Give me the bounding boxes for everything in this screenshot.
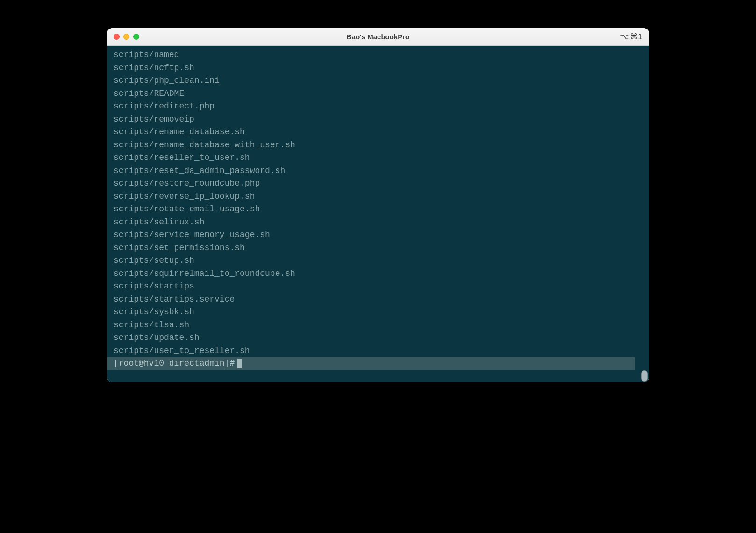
maximize-button[interactable] <box>133 34 139 40</box>
output-line: scripts/startips <box>114 280 649 293</box>
minimize-button[interactable] <box>123 34 129 40</box>
output-line: scripts/sysbk.sh <box>114 306 649 319</box>
output-line: scripts/named <box>114 49 649 62</box>
output-line: scripts/reverse_ip_lookup.sh <box>114 190 649 203</box>
output-line: scripts/removeip <box>114 113 649 126</box>
output-line: scripts/squirrelmail_to_roundcube.sh <box>114 267 649 281</box>
cursor <box>237 359 242 368</box>
window-title: Bao's MacbookPro <box>347 33 409 41</box>
prompt-row[interactable]: [root@hv10 directadmin]# <box>107 357 635 370</box>
output-line: scripts/rename_database.sh <box>114 126 649 139</box>
traffic-lights <box>114 34 139 40</box>
terminal-output: scripts/named scripts/ncftp.sh scripts/p… <box>107 49 649 357</box>
output-line: scripts/selinux.sh <box>114 216 649 229</box>
terminal-body[interactable]: scripts/named scripts/ncftp.sh scripts/p… <box>107 46 649 382</box>
output-line: scripts/php_clean.ini <box>114 74 649 87</box>
titlebar[interactable]: Bao's MacbookPro ⌥⌘1 <box>107 28 649 46</box>
output-line: scripts/README <box>114 87 649 101</box>
terminal-window: Bao's MacbookPro ⌥⌘1 scripts/named scrip… <box>107 28 649 382</box>
output-line: scripts/ncftp.sh <box>114 62 649 75</box>
output-line: scripts/user_to_reseller.sh <box>114 345 649 358</box>
output-line: scripts/startips.service <box>114 293 649 306</box>
output-line: scripts/rotate_email_usage.sh <box>114 203 649 216</box>
output-line: scripts/tlsa.sh <box>114 319 649 332</box>
scrollbar-thumb[interactable] <box>641 370 648 382</box>
output-line: scripts/setup.sh <box>114 254 649 267</box>
output-line: scripts/restore_roundcube.php <box>114 177 649 190</box>
close-button[interactable] <box>114 34 120 40</box>
output-line: scripts/update.sh <box>114 331 649 345</box>
output-line: scripts/set_permissions.sh <box>114 242 649 255</box>
prompt-text: [root@hv10 directadmin]# <box>114 357 235 370</box>
scrollbar-track[interactable] <box>640 46 648 382</box>
output-line: scripts/reseller_to_user.sh <box>114 151 649 165</box>
output-line: scripts/redirect.php <box>114 100 649 113</box>
output-line: scripts/reset_da_admin_password.sh <box>114 165 649 178</box>
output-line: scripts/rename_database_with_user.sh <box>114 139 649 152</box>
session-shortcut-indicator: ⌥⌘1 <box>620 32 642 42</box>
output-line: scripts/service_memory_usage.sh <box>114 229 649 242</box>
